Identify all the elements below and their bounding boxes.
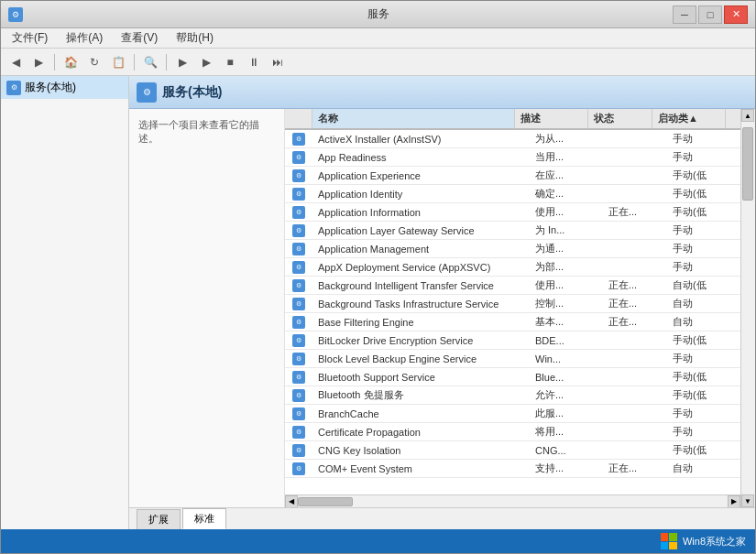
menu-view[interactable]: 查看(V) — [114, 28, 165, 48]
row-icon: ⚙ — [285, 313, 312, 331]
row-desc: 使用... — [530, 203, 603, 221]
table-row[interactable]: ⚙ Base Filtering Engine 基本... 正在... 自动 — [285, 313, 740, 331]
row-status — [603, 130, 667, 147]
table-row[interactable]: ⚙ ActiveX Installer (AxInstSV) 为从... 手动 — [285, 130, 740, 148]
app-icon: ⚙ — [8, 7, 23, 22]
table-row[interactable]: ⚙ Background Intelligent Transfer Servic… — [285, 277, 740, 295]
table-row[interactable]: ⚙ Background Tasks Infrastructure Servic… — [285, 295, 740, 313]
row-icon: ⚙ — [285, 130, 312, 147]
col-desc[interactable]: 描述 — [515, 109, 588, 128]
row-status — [603, 258, 667, 276]
window-title: 服务 — [367, 6, 389, 22]
pause-button[interactable]: ⏸ — [243, 52, 265, 72]
row-status — [603, 222, 667, 239]
row-status — [603, 350, 667, 367]
vertical-scrollbar[interactable]: ▲ ▼ — [740, 109, 755, 507]
row-name: Application Information — [312, 203, 530, 221]
export-button[interactable]: 📋 — [107, 52, 129, 72]
maximize-button[interactable]: □ — [698, 5, 722, 24]
stop-button[interactable]: ■ — [219, 52, 241, 72]
scroll-up-button[interactable]: ▲ — [741, 109, 754, 122]
sidebar-label: 服务(本地) — [25, 80, 76, 95]
menu-action[interactable]: 操作(A) — [59, 28, 110, 48]
status-bar: Win8系统之家 — [1, 529, 755, 553]
close-button[interactable]: ✕ — [724, 5, 748, 24]
show-home-button[interactable]: 🏠 — [60, 52, 82, 72]
menu-help[interactable]: 帮助(H) — [169, 28, 221, 48]
restart-button[interactable]: ⏭ — [267, 52, 289, 72]
back-button[interactable]: ◀ — [5, 52, 27, 72]
h-scroll-left[interactable]: ◀ — [285, 495, 298, 508]
row-desc: 控制... — [530, 295, 603, 312]
row-icon: ⚙ — [285, 441, 312, 459]
row-startup: 手动 — [667, 240, 740, 257]
row-name: BitLocker Drive Encryption Service — [312, 331, 530, 349]
play-button[interactable]: ▶ — [171, 52, 193, 72]
row-icon: ⚙ — [285, 277, 312, 294]
row-name: Application Management — [312, 240, 530, 257]
row-name: Bluetooth 免提服务 — [312, 386, 530, 404]
row-desc: 使用... — [530, 277, 603, 294]
row-desc: 基本... — [530, 313, 603, 331]
table-row[interactable]: ⚙ AppX Deployment Service (AppXSVC) 为部..… — [285, 258, 740, 277]
table-row[interactable]: ⚙ Bluetooth Support Service Blue... 手动(低 — [285, 368, 740, 386]
refresh-button[interactable]: ↻ — [83, 52, 105, 72]
scroll-thumb[interactable] — [742, 127, 753, 201]
table-row[interactable]: ⚙ Application Layer Gateway Service 为 In… — [285, 222, 740, 240]
row-icon: ⚙ — [285, 386, 312, 404]
menu-file[interactable]: 文件(F) — [5, 28, 55, 48]
h-scroll-right[interactable]: ▶ — [728, 495, 740, 508]
play2-button[interactable]: ▶ — [195, 52, 217, 72]
row-status: 正在... — [603, 313, 667, 331]
forward-button[interactable]: ▶ — [27, 52, 49, 72]
row-name: AppX Deployment Service (AppXSVC) — [312, 258, 530, 276]
row-startup: 手动 — [667, 405, 740, 422]
title-bar: ⚙ 服务 ─ □ ✕ — [1, 1, 755, 28]
description-panel: 选择一个项目来查看它的描述。 — [129, 109, 285, 507]
row-name: App Readiness — [312, 148, 530, 166]
table-row[interactable]: ⚙ BranchCache 此服... 手动 — [285, 405, 740, 423]
row-startup: 手动 — [667, 423, 740, 440]
tab-expand[interactable]: 扩展 — [137, 509, 181, 529]
content-header-icon: ⚙ — [137, 82, 157, 103]
table-row[interactable]: ⚙ COM+ Event System 支持... 正在... 自动 — [285, 460, 740, 478]
services-panel: 名称 描述 状态 启动类▲ ⚙ ActiveX Installer (AxIns… — [285, 109, 740, 507]
col-status[interactable]: 状态 — [588, 109, 652, 128]
row-startup: 手动(低 — [667, 368, 740, 386]
row-status — [603, 441, 667, 459]
col-icon — [285, 109, 312, 128]
horizontal-scrollbar[interactable]: ◀ ▶ — [285, 494, 740, 507]
scroll-down-button[interactable]: ▼ — [741, 494, 754, 507]
minimize-button[interactable]: ─ — [673, 5, 696, 24]
row-status: 正在... — [603, 295, 667, 312]
h-scroll-track[interactable] — [298, 496, 728, 507]
row-name: CNG Key Isolation — [312, 441, 530, 459]
table-row[interactable]: ⚙ Application Information 使用... 正在... 手动… — [285, 203, 740, 222]
toolbar: ◀ ▶ 🏠 ↻ 📋 🔍 ▶ ▶ ■ ⏸ ⏭ — [1, 49, 755, 76]
table-row[interactable]: ⚙ Application Management 为通... 手动 — [285, 240, 740, 258]
table-row[interactable]: ⚙ Application Identity 确定... 手动(低 — [285, 185, 740, 203]
table-row[interactable]: ⚙ Certificate Propagation 将用... 手动 — [285, 423, 740, 441]
content-header-title: 服务(本地) — [162, 84, 222, 101]
table-row[interactable]: ⚙ Block Level Backup Engine Service Win.… — [285, 350, 740, 368]
row-desc: 为部... — [530, 258, 603, 276]
table-row[interactable]: ⚙ Application Experience 在应... 手动(低 — [285, 167, 740, 185]
table-row[interactable]: ⚙ App Readiness 当用... 手动 — [285, 148, 740, 167]
windows-flag-icon — [661, 533, 677, 549]
row-status: 正在... — [603, 277, 667, 294]
tab-standard[interactable]: 标准 — [182, 508, 226, 529]
row-startup: 手动(低 — [667, 203, 740, 221]
row-startup: 自动 — [667, 313, 740, 331]
h-scroll-thumb[interactable] — [298, 497, 353, 506]
row-icon: ⚙ — [285, 405, 312, 422]
row-desc: Blue... — [530, 368, 603, 386]
filter-button[interactable]: 🔍 — [139, 52, 161, 72]
table-row[interactable]: ⚙ CNG Key Isolation CNG... 手动(低 — [285, 441, 740, 460]
services-table[interactable]: 名称 描述 状态 启动类▲ ⚙ ActiveX Installer (AxIns… — [285, 109, 740, 494]
row-status — [603, 240, 667, 257]
col-name[interactable]: 名称 — [312, 109, 515, 128]
table-row[interactable]: ⚙ Bluetooth 免提服务 允许... 手动(低 — [285, 386, 740, 405]
table-row[interactable]: ⚙ BitLocker Drive Encryption Service BDE… — [285, 331, 740, 350]
col-startup[interactable]: 启动类▲ — [652, 109, 726, 128]
sidebar-item-local-services[interactable]: ⚙ 服务(本地) — [1, 76, 128, 99]
